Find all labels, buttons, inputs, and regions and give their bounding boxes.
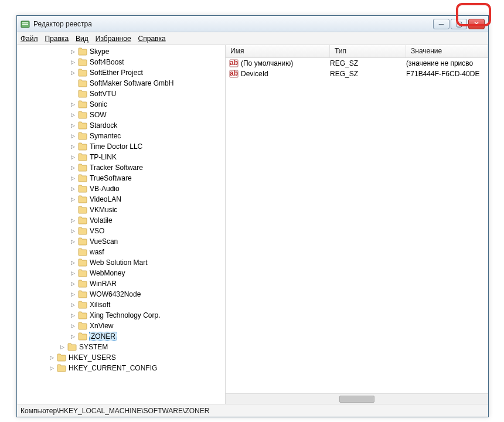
expander-icon[interactable]: ▷ bbox=[49, 355, 55, 361]
tree-item[interactable]: ▷WebMoney bbox=[17, 268, 225, 278]
tree-item[interactable]: ▷VSO bbox=[17, 226, 225, 236]
tree-item[interactable]: ▷Symantec bbox=[17, 131, 225, 141]
expander-icon[interactable]: ▷ bbox=[59, 344, 66, 350]
expander-icon[interactable]: ▷ bbox=[70, 217, 76, 224]
tree-item[interactable]: ▷Skype bbox=[17, 46, 225, 57]
tree-item-label: SoftMaker Software GmbH bbox=[90, 79, 173, 87]
value-row[interactable]: ab(По умолчанию)REG_SZ(значение не присв… bbox=[226, 58, 488, 69]
value-list[interactable]: ab(По умолчанию)REG_SZ(значение не присв… bbox=[226, 58, 488, 393]
expander-icon[interactable]: ▷ bbox=[70, 228, 76, 234]
tree-item-label: HKEY_CURRENT_CONFIG bbox=[69, 364, 157, 372]
tree-item-label: Time Doctor LLC bbox=[90, 142, 142, 151]
tree-item-label: WinRAR bbox=[90, 280, 117, 288]
tree-item[interactable]: ▷Tracker Software bbox=[17, 162, 225, 173]
maximize-button[interactable]: ▢ bbox=[451, 19, 467, 29]
tree-item-label: SoftEther Project bbox=[90, 69, 143, 77]
expander-icon[interactable]: ▷ bbox=[70, 59, 76, 66]
tree-item-label: Sonic bbox=[90, 100, 107, 108]
tree-item[interactable]: ▷VB-Audio bbox=[17, 183, 225, 194]
string-value-icon: ab bbox=[229, 69, 239, 79]
menu-favorites[interactable]: Избранное bbox=[96, 35, 131, 43]
menu-view[interactable]: Вид bbox=[76, 35, 88, 43]
tree-item[interactable]: ▷SYSTEM bbox=[17, 342, 225, 352]
tree-item[interactable]: ▷Web Solution Mart bbox=[17, 257, 225, 268]
value-row[interactable]: abDeviceIdREG_SZF71B444F-F6CD-40DE bbox=[226, 69, 488, 79]
menu-file[interactable]: Файл bbox=[21, 35, 38, 43]
expander-icon[interactable]: ▷ bbox=[70, 270, 76, 277]
expander-icon[interactable]: ▷ bbox=[70, 312, 76, 319]
tree-item[interactable]: SoftVTU bbox=[17, 89, 225, 99]
col-type[interactable]: Тип bbox=[330, 45, 406, 57]
expander-icon[interactable]: ▷ bbox=[70, 302, 76, 308]
titlebar[interactable]: Редактор реестра ─ ▢ ✕ bbox=[17, 16, 488, 32]
minimize-button[interactable]: ─ bbox=[433, 19, 449, 29]
tree-item[interactable]: ▷Time Doctor LLC bbox=[17, 141, 225, 152]
expander-icon[interactable]: ▷ bbox=[70, 260, 76, 266]
tree-item-label: wasf bbox=[90, 248, 104, 256]
expander-icon[interactable]: ▷ bbox=[70, 281, 76, 287]
tree-item-label: Soft4Boost bbox=[90, 58, 124, 66]
folder-icon bbox=[78, 206, 87, 214]
expander-icon[interactable]: ▷ bbox=[70, 144, 76, 150]
tree-item[interactable]: ▷HKEY_USERS bbox=[17, 352, 225, 363]
tree-item[interactable]: ▷Sonic bbox=[17, 99, 225, 110]
expander-icon[interactable]: ▷ bbox=[70, 323, 76, 329]
expander-icon[interactable]: ▷ bbox=[70, 154, 76, 161]
tree-item[interactable]: ▷WOW6432Node bbox=[17, 289, 225, 300]
tree-item[interactable]: ▷ZONER bbox=[17, 331, 225, 342]
expander-icon[interactable]: ▷ bbox=[70, 133, 76, 139]
expander-icon[interactable]: ▷ bbox=[70, 112, 76, 118]
folder-icon bbox=[78, 322, 87, 330]
scrollbar-thumb[interactable] bbox=[339, 396, 374, 403]
expander-icon[interactable]: ▷ bbox=[70, 291, 76, 298]
list-header: Имя Тип Значение bbox=[226, 45, 488, 58]
expander-icon[interactable]: ▷ bbox=[70, 333, 76, 340]
tree-item[interactable]: ▷WinRAR bbox=[17, 278, 225, 289]
tree-item[interactable]: ▷TP-LINK bbox=[17, 152, 225, 162]
tree-item[interactable]: ▷Volatile bbox=[17, 215, 225, 226]
expander-icon[interactable]: ▷ bbox=[70, 122, 76, 129]
folder-icon bbox=[78, 311, 87, 319]
expander-icon[interactable]: ▷ bbox=[70, 186, 76, 192]
tree-item[interactable]: ▷SoftEther Project bbox=[17, 67, 225, 78]
menu-edit[interactable]: Правка bbox=[45, 35, 69, 43]
expander-icon[interactable]: ▷ bbox=[70, 196, 76, 203]
expander-icon[interactable]: ▷ bbox=[49, 365, 55, 372]
expander-icon[interactable]: ▷ bbox=[70, 239, 76, 245]
tree-item-label: TP-LINK bbox=[90, 153, 117, 161]
tree-item-label: Skype bbox=[90, 47, 109, 56]
tree-item-label: VKMusic bbox=[90, 206, 117, 214]
folder-icon bbox=[78, 132, 87, 140]
tree-item-label: Symantec bbox=[90, 132, 121, 140]
tree-item[interactable]: ▷TrueSoftware bbox=[17, 173, 225, 183]
tree-item[interactable]: ▷Soft4Boost bbox=[17, 57, 225, 67]
tree-item[interactable]: ▷VueScan bbox=[17, 236, 225, 247]
close-button[interactable]: ✕ bbox=[468, 19, 485, 29]
expander-icon[interactable]: ▷ bbox=[70, 70, 76, 76]
tree-item[interactable]: ▷Stardock bbox=[17, 120, 225, 131]
tree-item-label: VideoLAN bbox=[90, 195, 121, 203]
col-name[interactable]: Имя bbox=[226, 45, 330, 57]
tree-item[interactable]: ▷SOW bbox=[17, 110, 225, 120]
expander-icon[interactable]: ▷ bbox=[70, 165, 76, 171]
tree-item[interactable]: ▷Xilisoft bbox=[17, 300, 225, 310]
string-value-icon: ab bbox=[229, 59, 239, 68]
expander-icon[interactable]: ▷ bbox=[70, 101, 76, 108]
tree-item[interactable]: VKMusic bbox=[17, 205, 225, 215]
folder-icon bbox=[78, 301, 87, 309]
svg-rect-2 bbox=[22, 24, 28, 25]
tree-item-label: Tracker Software bbox=[90, 164, 143, 172]
col-value[interactable]: Значение bbox=[406, 45, 488, 57]
menu-help[interactable]: Справка bbox=[138, 35, 166, 43]
expander-icon[interactable]: ▷ bbox=[70, 175, 76, 182]
tree-item[interactable]: wasf bbox=[17, 247, 225, 257]
tree-item[interactable]: SoftMaker Software GmbH bbox=[17, 78, 225, 89]
horizontal-scrollbar[interactable] bbox=[226, 393, 488, 404]
tree-item[interactable]: ▷HKEY_CURRENT_CONFIG bbox=[17, 363, 225, 373]
expander-icon[interactable]: ▷ bbox=[70, 49, 76, 55]
tree-item[interactable]: ▷VideoLAN bbox=[17, 194, 225, 205]
tree-item-label: VueScan bbox=[90, 237, 118, 246]
registry-tree[interactable]: ▷Skype▷Soft4Boost▷SoftEther ProjectSoftM… bbox=[17, 45, 226, 404]
tree-item[interactable]: ▷Xing Technology Corp. bbox=[17, 310, 225, 321]
tree-item[interactable]: ▷XnView bbox=[17, 321, 225, 331]
